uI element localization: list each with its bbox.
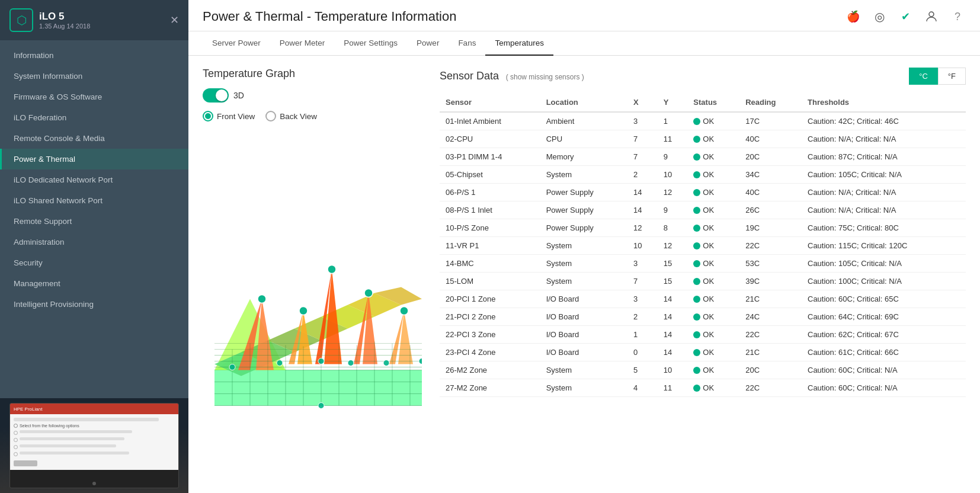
front-view-radio[interactable] — [203, 111, 213, 121]
graph-title: Temperature Graph — [203, 68, 422, 80]
cell-location: Power Supply — [540, 201, 627, 219]
cell-location: Power Supply — [540, 184, 627, 201]
svg-point-52 — [258, 295, 266, 303]
cell-sensor: 14-BMC — [440, 255, 540, 273]
apple-icon[interactable]: 🍎 — [845, 8, 861, 25]
3d-toggle[interactable] — [203, 88, 229, 103]
cell-location: System — [540, 361, 627, 379]
cell-y: 1 — [658, 112, 688, 130]
ilo-logo-icon: ⬡ — [9, 8, 33, 32]
cell-y: 14 — [658, 308, 688, 326]
cell-x: 4 — [627, 379, 658, 397]
sidebar-close-button[interactable]: ✕ — [170, 14, 179, 27]
sidebar-item-ilo-dedicated[interactable]: iLO Dedicated Network Port — [0, 169, 188, 190]
col-thresholds: Thresholds — [802, 93, 966, 112]
cell-reading: 34C — [739, 166, 802, 184]
back-view-radio[interactable] — [265, 111, 276, 121]
sidebar-item-intelligent-provisioning[interactable]: Intelligent Provisioning — [0, 294, 188, 315]
sensor-title: Sensor Data — [440, 70, 499, 82]
cell-reading: 21C — [739, 290, 802, 308]
graph-panel: Temperature Graph 3D Front View Back Vie… — [203, 68, 422, 481]
sidebar-item-ilo-federation[interactable]: iLO Federation — [0, 107, 188, 128]
cell-sensor: 03-P1 DIMM 1-4 — [440, 148, 540, 166]
sidebar-item-power-thermal[interactable]: Power & Thermal — [0, 149, 188, 169]
cell-sensor: 15-LOM — [440, 273, 540, 290]
cell-reading: 20C — [739, 361, 802, 379]
sidebar-item-information[interactable]: Information — [0, 45, 188, 66]
cell-y: 12 — [658, 237, 688, 255]
celsius-button[interactable]: °C — [909, 68, 938, 85]
svg-point-58 — [277, 360, 283, 366]
sidebar-item-security[interactable]: Security — [0, 252, 188, 273]
check-icon[interactable]: ✔ — [897, 8, 914, 25]
sidebar-item-administration[interactable]: Administration — [0, 232, 188, 252]
svg-marker-34 — [398, 311, 413, 364]
sensor-table-body: 01-Inlet Ambient Ambient 3 1 OK 17C Caut… — [440, 112, 966, 397]
cell-status: OK — [687, 290, 739, 308]
back-view-option[interactable]: Back View — [265, 111, 317, 121]
cell-sensor: 01-Inlet Ambient — [440, 112, 540, 130]
cell-x: 7 — [627, 273, 658, 290]
cell-reading: 20C — [739, 148, 802, 166]
cell-thresholds: Caution: 60C; Critical: 65C — [802, 290, 966, 308]
cell-thresholds: Caution: 75C; Critical: 80C — [802, 219, 966, 237]
table-row: 22-PCI 3 Zone I/O Board 1 14 OK 22C Caut… — [440, 326, 966, 344]
sidebar-header: ⬡ iLO 5 1.35 Aug 14 2018 ✕ — [0, 0, 188, 40]
sidebar-item-remote-support[interactable]: Remote Support — [0, 211, 188, 232]
cell-status: OK — [687, 326, 739, 344]
cell-thresholds: Caution: 105C; Critical: N/A — [802, 166, 966, 184]
show-missing-sensors-link[interactable]: ( show missing sensors ) — [506, 73, 584, 81]
help-icon[interactable]: ? — [949, 8, 966, 25]
cell-sensor: 05-Chipset — [440, 166, 540, 184]
front-view-option[interactable]: Front View — [203, 111, 255, 121]
col-reading: Reading — [739, 93, 802, 112]
sidebar-item-firmware-os[interactable]: Firmware & OS Software — [0, 87, 188, 107]
sidebar-item-ilo-shared[interactable]: iLO Shared Network Port — [0, 190, 188, 211]
tab-server-power[interactable]: Server Power — [203, 31, 270, 56]
topbar-icons: 🍎 ◎ ✔ ? — [845, 8, 966, 25]
cell-thresholds: Caution: N/A; Critical: N/A — [802, 201, 966, 219]
cell-thresholds: Caution: 60C; Critical: N/A — [802, 379, 966, 397]
table-row: 20-PCI 1 Zone I/O Board 3 14 OK 21C Caut… — [440, 290, 966, 308]
sidebar-item-remote-console[interactable]: Remote Console & Media — [0, 128, 188, 149]
table-row: 26-M2 Zone System 5 10 OK 20C Caution: 6… — [440, 361, 966, 379]
sidebar-item-system-information[interactable]: System Information — [0, 66, 188, 87]
cell-sensor: 02-CPU — [440, 130, 540, 148]
target-icon[interactable]: ◎ — [871, 8, 888, 25]
cell-status: OK — [687, 379, 739, 397]
cell-y: 9 — [658, 201, 688, 219]
cell-location: I/O Board — [540, 290, 627, 308]
sensor-panel: Sensor Data ( show missing sensors ) °C … — [440, 68, 966, 481]
tabs: Server PowerPower MeterPower SettingsPow… — [188, 31, 980, 56]
cell-x: 7 — [627, 130, 658, 148]
table-header: Sensor Location X Y Status Reading Thres… — [440, 93, 966, 112]
cell-location: System — [540, 379, 627, 397]
cell-sensor: 23-PCI 4 Zone — [440, 344, 540, 361]
cell-reading: 39C — [739, 273, 802, 290]
sidebar-thumbnail: HPE ProLiant Select from the following o… — [0, 398, 188, 493]
sensor-title-area: Sensor Data ( show missing sensors ) — [440, 70, 584, 82]
cell-x: 14 — [627, 201, 658, 219]
content-area: Temperature Graph 3D Front View Back Vie… — [188, 56, 980, 493]
cell-reading: 17C — [739, 112, 802, 130]
tab-fans[interactable]: Fans — [449, 31, 485, 56]
sidebar-item-management[interactable]: Management — [0, 273, 188, 294]
user-icon[interactable] — [923, 8, 940, 25]
cell-sensor: 11-VR P1 — [440, 237, 540, 255]
tab-power[interactable]: Power — [407, 31, 449, 56]
cell-sensor: 06-P/S 1 — [440, 184, 540, 201]
table-row: 15-LOM System 7 15 OK 39C Caution: 100C;… — [440, 273, 966, 290]
tab-power-meter[interactable]: Power Meter — [270, 31, 335, 56]
3d-toggle-label: 3D — [203, 88, 244, 103]
cell-thresholds: Caution: 61C; Critical: 66C — [802, 344, 966, 361]
cell-thresholds: Caution: 87C; Critical: N/A — [802, 148, 966, 166]
cell-y: 14 — [658, 290, 688, 308]
tab-temperatures[interactable]: Temperatures — [485, 31, 553, 56]
cell-thresholds: Caution: N/A; Critical: N/A — [802, 130, 966, 148]
svg-point-57 — [229, 364, 235, 370]
cell-status: OK — [687, 255, 739, 273]
fahrenheit-button[interactable]: °F — [938, 68, 966, 85]
topbar: Power & Thermal - Temperature Informatio… — [188, 0, 980, 31]
cell-location: I/O Board — [540, 344, 627, 361]
tab-power-settings[interactable]: Power Settings — [334, 31, 407, 56]
